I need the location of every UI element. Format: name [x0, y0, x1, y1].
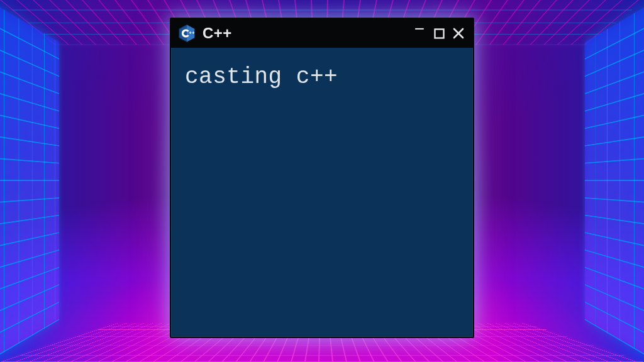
window-title: C++ — [203, 25, 232, 42]
close-button[interactable] — [452, 26, 465, 40]
svg-rect-5 — [193, 31, 194, 34]
terminal-window: C++ − casting c++ — [170, 18, 474, 338]
terminal-content: casting c++ — [171, 48, 473, 337]
maximize-button[interactable] — [432, 26, 446, 40]
svg-rect-3 — [190, 31, 191, 34]
minimize-button[interactable]: − — [413, 22, 426, 36]
terminal-text: casting c++ — [185, 64, 338, 90]
window-controls: − — [413, 26, 465, 40]
neon-panel-right — [585, 0, 644, 362]
neon-panel-left — [0, 0, 59, 362]
close-icon — [453, 28, 464, 39]
titlebar[interactable]: C++ − — [171, 19, 473, 48]
maximize-icon — [434, 28, 445, 39]
cpp-logo-icon — [177, 24, 196, 43]
svg-rect-6 — [435, 29, 443, 38]
